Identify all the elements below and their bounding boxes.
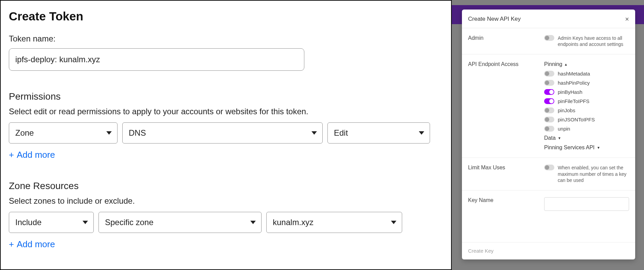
- limit-uses-label: Limit Max Uses: [468, 165, 539, 183]
- zone-type-select[interactable]: Specific zone: [99, 212, 262, 233]
- api-access-row: API Endpoint Access Pinning▴hashMetadata…: [462, 54, 635, 158]
- admin-row: Admin Admin Keys have access to all endp…: [462, 28, 635, 54]
- perm-scope-select[interactable]: Zone: [9, 122, 118, 144]
- modal-footer: Create Key: [462, 242, 635, 259]
- zone-add-more-label: Add more: [17, 239, 55, 250]
- plus-icon: +: [9, 239, 14, 250]
- limit-uses-row: Limit Max Uses When enabled, you can set…: [462, 158, 635, 190]
- chevron-down-icon: [391, 221, 396, 224]
- api-group-label: Data: [544, 135, 556, 141]
- perm-add-more-label: Add more: [17, 150, 55, 160]
- zone-name-value: kunalm.xyz: [273, 218, 314, 227]
- create-token-panel: Create Token Token name: Permissions Sel…: [0, 0, 452, 270]
- permissions-row: Zone DNS Edit: [9, 122, 443, 144]
- endpoint-label: pinByHash: [558, 89, 583, 95]
- api-access-label: API Endpoint Access: [468, 61, 539, 67]
- chevron-down-icon: [106, 131, 112, 135]
- endpoint-toggle-pinByHash[interactable]: [544, 89, 554, 95]
- permissions-help: Select edit or read permissions to apply…: [9, 107, 443, 116]
- modal-header: Create New API Key ×: [462, 10, 635, 28]
- create-api-key-modal: Create New API Key × Admin Admin Keys ha…: [462, 10, 635, 259]
- admin-toggle[interactable]: [544, 35, 554, 41]
- endpoint-toggle-pinJobs[interactable]: [544, 107, 554, 113]
- chevron-down-icon: [311, 131, 317, 135]
- endpoint-label: unpin: [558, 126, 570, 132]
- api-group-label: Pinning Services API: [544, 145, 595, 151]
- limit-uses-toggle[interactable]: [544, 165, 554, 170]
- zone-name-select[interactable]: kunalm.xyz: [266, 212, 402, 233]
- endpoint-label: pinJobs: [558, 107, 575, 113]
- chevron-down-icon: [250, 221, 256, 224]
- modal-body: Admin Admin Keys have access to all endp…: [462, 28, 635, 242]
- zone-resources-title: Zone Resources: [9, 181, 443, 191]
- perm-level-value: Edit: [334, 128, 348, 138]
- endpoint-row: pinByHash: [544, 89, 629, 95]
- zone-add-more-button[interactable]: + Add more: [9, 239, 443, 250]
- plus-icon: +: [9, 150, 14, 160]
- endpoint-row: unpin: [544, 126, 629, 132]
- endpoint-toggle-unpin[interactable]: [544, 126, 554, 132]
- endpoint-label: pinJSONToIPFS: [558, 117, 595, 122]
- admin-label: Admin: [468, 35, 539, 47]
- api-group-label: Pinning: [544, 61, 562, 67]
- admin-help: Admin Keys have access to all endpoints …: [558, 35, 629, 47]
- endpoint-row: pinFileToIPFS: [544, 98, 629, 104]
- endpoint-toggle-hashMetadata[interactable]: [544, 71, 554, 77]
- endpoint-toggle-pinJSONToIPFS[interactable]: [544, 117, 554, 122]
- chevron-down-icon: [83, 221, 88, 224]
- api-group-pinning[interactable]: Pinning▴: [544, 61, 629, 67]
- perm-scope-value: Zone: [15, 128, 34, 138]
- chevron-down-icon: [419, 131, 424, 135]
- key-name-input[interactable]: [544, 197, 629, 211]
- endpoint-toggle-hashPinPolicy[interactable]: [544, 80, 554, 86]
- create-key-button[interactable]: Create Key: [468, 248, 494, 254]
- api-group-data[interactable]: Data▾: [544, 135, 629, 141]
- token-name-input[interactable]: [9, 48, 304, 71]
- modal-title: Create New API Key: [468, 16, 521, 22]
- token-name-label: Token name:: [9, 34, 443, 44]
- endpoint-label: hashMetadata: [558, 71, 590, 77]
- chevron-up-icon: ▴: [565, 62, 567, 67]
- close-icon[interactable]: ×: [625, 16, 629, 22]
- api-key-background: Create New API Key × Admin Admin Keys ha…: [452, 0, 644, 270]
- endpoint-label: hashPinPolicy: [558, 80, 590, 86]
- chevron-down-icon: ▾: [597, 145, 600, 150]
- permissions-title: Permissions: [9, 91, 443, 102]
- endpoint-row: pinJobs: [544, 107, 629, 113]
- zone-resources-row: Include Specific zone kunalm.xyz: [9, 212, 443, 233]
- endpoint-label: pinFileToIPFS: [558, 98, 589, 104]
- perm-product-value: DNS: [129, 128, 146, 138]
- endpoint-row: hashPinPolicy: [544, 80, 629, 86]
- perm-product-select[interactable]: DNS: [122, 122, 323, 144]
- page-title: Create Token: [9, 10, 443, 23]
- zone-type-value: Specific zone: [105, 218, 154, 227]
- api-group-pinning-services-api[interactable]: Pinning Services API▾: [544, 145, 629, 151]
- perm-add-more-button[interactable]: + Add more: [9, 150, 443, 160]
- chevron-down-icon: ▾: [558, 136, 560, 140]
- limit-uses-help: When enabled, you can set the maximum nu…: [558, 165, 629, 183]
- endpoint-toggle-pinFileToIPFS[interactable]: [544, 98, 554, 104]
- key-name-label: Key Name: [468, 197, 539, 211]
- endpoint-row: hashMetadata: [544, 71, 629, 77]
- key-name-row: Key Name: [462, 190, 635, 218]
- perm-level-select[interactable]: Edit: [327, 122, 430, 144]
- endpoint-row: pinJSONToIPFS: [544, 117, 629, 122]
- zone-resources-help: Select zones to include or exclude.: [9, 196, 443, 206]
- zone-mode-select[interactable]: Include: [9, 212, 94, 233]
- zone-mode-value: Include: [15, 218, 41, 227]
